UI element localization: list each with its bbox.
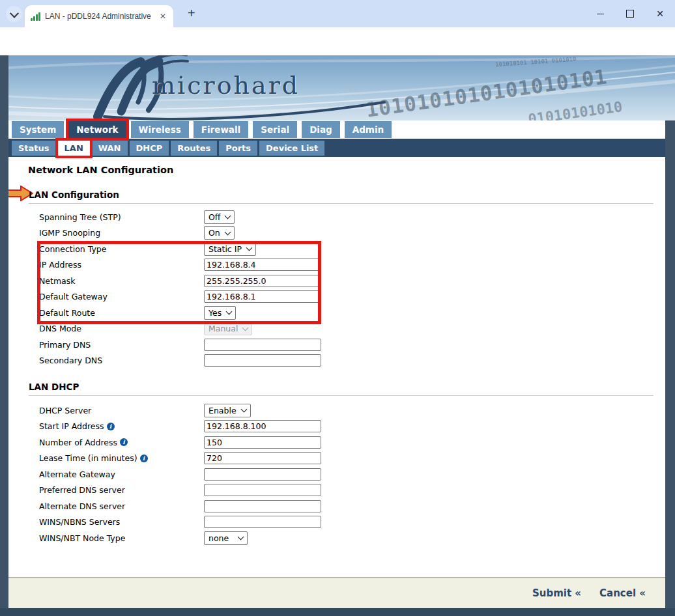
form-row: Lease Time (in minutes)i: [39, 451, 443, 467]
lease-time-in-minutes-input[interactable]: [204, 452, 321, 464]
alternate-dns-server-label: Alternate DNS server: [39, 501, 204, 511]
ip-address-label: IP Address: [39, 260, 204, 270]
browser-tab[interactable]: LAN - pDDL924 Administrative ✕: [25, 5, 173, 27]
site-header-banner: microhard 1010101010101010101 0101010101…: [0, 55, 675, 120]
igmp-snooping-select[interactable]: On: [204, 226, 235, 240]
form-row: Default Gateway: [39, 289, 443, 305]
main-nav: SystemNetworkWirelessFirewallSerialDiagA…: [8, 120, 668, 139]
nav-tab-serial[interactable]: Serial: [253, 121, 297, 138]
info-icon[interactable]: i: [140, 455, 148, 462]
form-row: IGMP SnoopingOn: [39, 225, 443, 242]
secondary-dns-input[interactable]: [204, 354, 321, 367]
tab-search-button[interactable]: [6, 6, 22, 22]
form-row: Secondary DNS: [39, 353, 443, 369]
lan-configuration-rows: Spanning Tree (STP)OffIGMP SnoopingOnCon…: [39, 209, 443, 369]
subnav-tab-device-list[interactable]: Device List: [259, 141, 324, 156]
form-row: DNS ModeManual: [39, 321, 443, 337]
form-row: Spanning Tree (STP)Off: [39, 209, 443, 225]
ip-address-input[interactable]: [204, 259, 321, 271]
subnav-tab-wan[interactable]: WAN: [92, 141, 128, 156]
start-ip-address-label: Start IP Addressi: [39, 421, 204, 431]
maximize-icon: [626, 10, 634, 18]
close-button[interactable]: ✕: [645, 0, 675, 27]
default-gateway-input[interactable]: [204, 290, 321, 303]
wins-nbns-servers-input[interactable]: [204, 516, 321, 528]
info-icon[interactable]: i: [107, 423, 115, 430]
divider: [29, 395, 653, 396]
subnav-tab-status[interactable]: Status: [12, 141, 56, 156]
dhcp-server-select[interactable]: Enable: [204, 404, 251, 417]
form-row: Number of Addressi: [39, 434, 443, 451]
chevron-down-icon: [242, 324, 249, 331]
minimize-icon: [597, 14, 604, 14]
browser-toolbar: ← → ⚠ Not secure 192.168.8.4/cgi-bin/web…: [0, 27, 675, 55]
form-row: DHCP ServerEnable: [39, 402, 443, 419]
alternate-gateway-input[interactable]: [204, 468, 321, 481]
logo-text: microhard: [152, 71, 300, 100]
form-row: Default RouteYes: [39, 305, 443, 321]
form-row: Connection TypeStatic IP: [39, 241, 443, 257]
form-row: Primary DNS: [39, 337, 443, 353]
connection-type-label: Connection Type: [39, 244, 204, 254]
form-row: Start IP Addressi: [39, 419, 443, 435]
subnav-tab-routes[interactable]: Routes: [171, 141, 217, 156]
tab-close-icon[interactable]: ✕: [158, 12, 167, 21]
preferred-dns-server-label: Preferred DNS server: [39, 485, 204, 495]
primary-dns-input[interactable]: [204, 339, 321, 351]
dns-mode-select: Manual: [204, 322, 252, 335]
nav-tab-network[interactable]: Network: [68, 121, 126, 138]
form-row: Netmask: [39, 273, 443, 289]
maximize-button[interactable]: [615, 0, 645, 27]
form-row: WINS/NBNS Servers: [39, 514, 443, 531]
minimize-button[interactable]: [585, 0, 615, 27]
bottom-bar: [0, 608, 675, 616]
browser-window: LAN - pDDL924 Administrative ✕ + ✕ ← → ⚠…: [0, 0, 675, 616]
start-ip-address-input[interactable]: [204, 420, 321, 432]
new-tab-button[interactable]: +: [188, 6, 195, 21]
chevron-down-icon: [9, 8, 18, 18]
window-controls: ✕: [585, 0, 675, 27]
nav-tab-admin[interactable]: Admin: [345, 121, 392, 138]
default-route-select[interactable]: Yes: [204, 306, 236, 320]
connection-type-select[interactable]: Static IP: [204, 242, 256, 256]
preferred-dns-server-input[interactable]: [204, 484, 321, 496]
cancel-button[interactable]: Cancel «: [599, 587, 646, 599]
submit-button[interactable]: Submit «: [532, 587, 581, 599]
nav-tab-firewall[interactable]: Firewall: [194, 121, 249, 138]
form-row: WINS/NBT Node Typenone: [39, 530, 443, 546]
netmask-label: Netmask: [39, 276, 204, 286]
dns-mode-label: DNS Mode: [39, 324, 204, 333]
chevron-down-icon: [226, 309, 233, 315]
netmask-input[interactable]: [204, 275, 321, 287]
close-icon: ✕: [656, 9, 664, 18]
lan-dhcp-rows: DHCP ServerEnableStart IP AddressiNumber…: [39, 402, 443, 546]
chevron-down-icon: [224, 229, 231, 235]
chevron-down-icon: [240, 406, 247, 413]
spanning-tree-stp-label: Spanning Tree (STP): [39, 212, 204, 222]
alternate-dns-server-input[interactable]: [204, 500, 321, 512]
nav-tab-diag[interactable]: Diag: [302, 121, 340, 138]
section-heading-lan-dhcp: LAN DHCP: [29, 382, 79, 392]
section-heading-lan-configuration: LAN Configuration: [29, 189, 119, 200]
subnav-tab-ports[interactable]: Ports: [219, 141, 257, 156]
page-title: Network LAN Configuration: [28, 165, 173, 175]
right-edge-strip: [665, 120, 675, 608]
nav-tab-system[interactable]: System: [12, 121, 64, 138]
page-content: Network LAN Configuration LAN Configurat…: [8, 157, 665, 577]
subnav-tab-lan[interactable]: LAN: [58, 141, 90, 156]
spanning-tree-stp-select[interactable]: Off: [204, 210, 235, 224]
chevron-down-icon: [225, 213, 231, 219]
dhcp-server-label: DHCP Server: [39, 406, 204, 415]
left-edge-strip: [0, 55, 8, 608]
nav-tab-wireless[interactable]: Wireless: [131, 121, 189, 138]
form-row: Alternate Gateway: [39, 466, 443, 483]
wins-nbt-node-type-label: WINS/NBT Node Type: [39, 533, 204, 543]
primary-dns-label: Primary DNS: [39, 340, 204, 350]
info-icon[interactable]: i: [120, 438, 128, 446]
wins-nbt-node-type-select[interactable]: none: [204, 531, 248, 545]
divider: [29, 203, 653, 204]
subnav-tab-dhcp[interactable]: DHCP: [130, 141, 169, 156]
number-of-address-input[interactable]: [204, 436, 321, 449]
lease-time-in-minutes-label: Lease Time (in minutes)i: [39, 453, 204, 463]
browser-tab-strip: LAN - pDDL924 Administrative ✕ + ✕: [0, 0, 675, 27]
